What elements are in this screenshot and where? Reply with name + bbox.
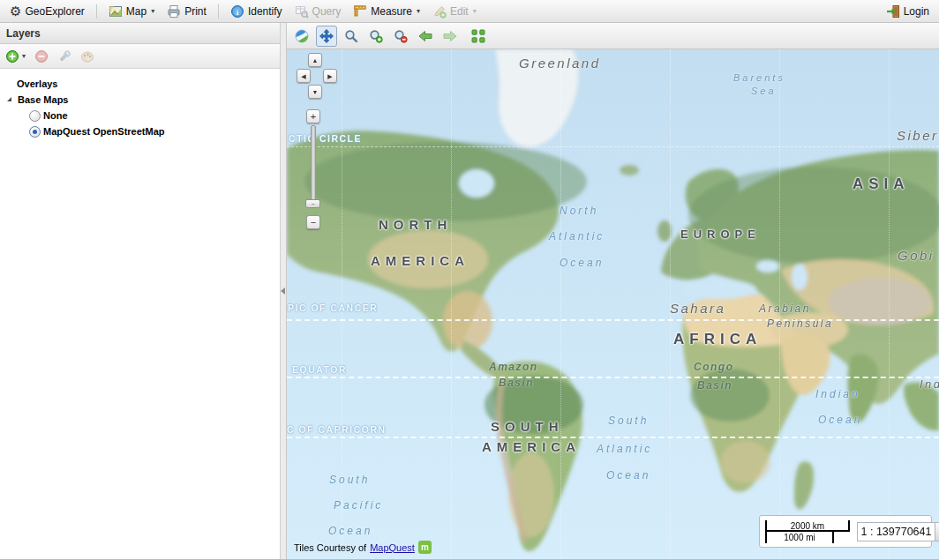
radio-none[interactable] xyxy=(29,110,41,122)
scale-combo-value[interactable]: 1 : 139770641 xyxy=(857,522,935,541)
graticule-line xyxy=(670,49,671,559)
toolbar-separator xyxy=(96,4,97,19)
max-extent-icon xyxy=(471,29,485,43)
chevron-down-icon: ▾ xyxy=(417,7,420,15)
zoom-in-icon xyxy=(369,29,383,43)
panel-splitter[interactable] xyxy=(281,23,287,559)
google-earth-button[interactable] xyxy=(291,26,312,47)
map-canvas[interactable]: GreenlandBarentsSeaSiberiASIACTIC CIRCLE… xyxy=(287,49,939,559)
add-layer-button[interactable]: ▾ xyxy=(5,49,26,63)
top-toolbar: ⚙ GeoExplorer Map ▾ Print xyxy=(0,0,939,23)
pan-up-button[interactable]: ▲ xyxy=(308,53,322,67)
map-toolbar xyxy=(287,23,939,49)
tree-node-mapquest[interactable]: MapQuest OpenStreetMap xyxy=(0,123,280,139)
zoom-slider-handle[interactable]: − xyxy=(305,199,320,208)
layers-panel-title: Layers xyxy=(6,27,41,40)
graticule-line xyxy=(342,49,342,559)
geoexplorer-window: ⚙ GeoExplorer Map ▾ Print xyxy=(0,0,939,560)
zoom-out-button[interactable] xyxy=(390,26,411,47)
next-extent-button[interactable] xyxy=(439,26,461,47)
print-button[interactable]: Print xyxy=(162,3,211,20)
pan-right-button[interactable]: ▶ xyxy=(323,69,337,83)
map-menu-button[interactable]: Map ▾ xyxy=(104,3,159,20)
tropic-of-cancer-line xyxy=(287,319,939,321)
layers-panel-toolbar: ▾ xyxy=(0,44,280,69)
expander-icon[interactable] xyxy=(7,97,11,101)
arctic-circle-line xyxy=(287,146,939,147)
base-maps-label: Base Maps xyxy=(18,94,68,105)
info-icon: i xyxy=(230,4,244,19)
layers-tree: Overlays Base Maps None MapQuest OpenStr… xyxy=(0,69,280,139)
app-logo: ⚙ GeoExplorer xyxy=(5,3,89,19)
scale-bar-km: 2000 km xyxy=(765,520,850,532)
graticule-line xyxy=(560,49,561,559)
magnifier-icon xyxy=(344,29,358,43)
world-map-image xyxy=(287,49,939,559)
radio-mapquest[interactable] xyxy=(29,126,41,138)
tropic-of-capricorn-line xyxy=(287,437,939,438)
equator-line xyxy=(287,377,939,378)
map-icon xyxy=(109,4,123,19)
layer-styles-button[interactable] xyxy=(80,49,94,63)
pencil-icon xyxy=(432,4,447,19)
layer-label-mapquest: MapQuest OpenStreetMap xyxy=(43,126,165,137)
scale-bar-mi: 1000 mi xyxy=(765,532,834,543)
remove-layer-button[interactable] xyxy=(34,49,49,63)
pan-icon xyxy=(319,29,334,43)
graticule-line xyxy=(779,49,780,559)
add-layer-icon xyxy=(5,49,19,63)
map-panel: GreenlandBarentsSeaSiberiASIACTIC CIRCLE… xyxy=(287,23,939,559)
zoom-max-extent-button[interactable] xyxy=(468,26,489,47)
identify-button[interactable]: i Identify xyxy=(226,3,287,20)
pan-tool-button[interactable] xyxy=(316,26,337,47)
login-button[interactable]: Login xyxy=(882,3,934,20)
mapquest-link[interactable]: MapQuest xyxy=(370,542,415,553)
login-door-icon xyxy=(886,4,900,19)
palette-icon xyxy=(80,49,94,63)
collapse-panel-icon[interactable] xyxy=(281,287,285,295)
layers-panel: Layers ▾ xyxy=(0,23,281,559)
arrow-right-icon xyxy=(443,29,457,43)
google-earth-icon xyxy=(295,29,309,43)
tree-node-base-maps[interactable]: Base Maps xyxy=(0,92,280,108)
zoom-out-step-button[interactable]: − xyxy=(306,215,320,229)
ruler-icon xyxy=(353,4,367,19)
chevron-down-icon: ▾ xyxy=(22,52,26,60)
printer-icon xyxy=(167,4,181,19)
zoom-slider-track[interactable] xyxy=(311,125,316,206)
graticule-line xyxy=(451,49,452,559)
chevron-down-icon: ▾ xyxy=(151,7,154,15)
scale-panel: 2000 km 1000 mi 1 : 139770641 ▼ xyxy=(759,515,932,548)
query-table-icon xyxy=(295,4,309,19)
remove-layer-icon xyxy=(34,49,49,63)
previous-extent-button[interactable] xyxy=(415,26,436,47)
layer-label-none: None xyxy=(43,110,68,121)
layer-properties-button[interactable] xyxy=(57,49,71,63)
measure-menu-button[interactable]: Measure ▾ xyxy=(349,3,424,20)
map-attribution: Tiles Courtesy of MapQuest m xyxy=(294,541,432,554)
app-title: GeoExplorer xyxy=(25,5,84,18)
layers-panel-header: Layers xyxy=(0,23,280,44)
pan-down-button[interactable]: ▼ xyxy=(308,85,322,99)
edit-menu-button[interactable]: Edit ▾ xyxy=(428,3,481,20)
tree-node-overlays[interactable]: Overlays xyxy=(0,76,280,92)
scale-combo[interactable]: 1 : 139770641 ▼ xyxy=(857,522,939,541)
zoom-out-icon xyxy=(394,29,408,43)
graticule-line xyxy=(889,49,890,559)
zoom-in-step-button[interactable]: + xyxy=(306,109,320,123)
toolbar-separator xyxy=(218,4,219,19)
zoom-box-button[interactable] xyxy=(341,26,362,47)
overlays-label: Overlays xyxy=(17,78,57,89)
arrow-left-icon xyxy=(418,29,432,43)
chevron-down-icon: ▾ xyxy=(473,7,477,15)
query-button[interactable]: Query xyxy=(290,3,346,20)
zoom-in-button[interactable] xyxy=(365,26,387,47)
pan-left-button[interactable]: ◀ xyxy=(297,69,311,83)
wrench-icon xyxy=(57,49,71,63)
scale-bar: 2000 km 1000 mi xyxy=(765,520,850,543)
geoexplorer-logo-icon: ⚙ xyxy=(10,4,21,18)
attribution-text: Tiles Courtesy of xyxy=(294,542,366,553)
tree-node-none[interactable]: None xyxy=(0,108,280,123)
scale-combo-dropdown-button[interactable]: ▼ xyxy=(935,522,939,541)
mapquest-logo-icon: m xyxy=(418,541,432,554)
